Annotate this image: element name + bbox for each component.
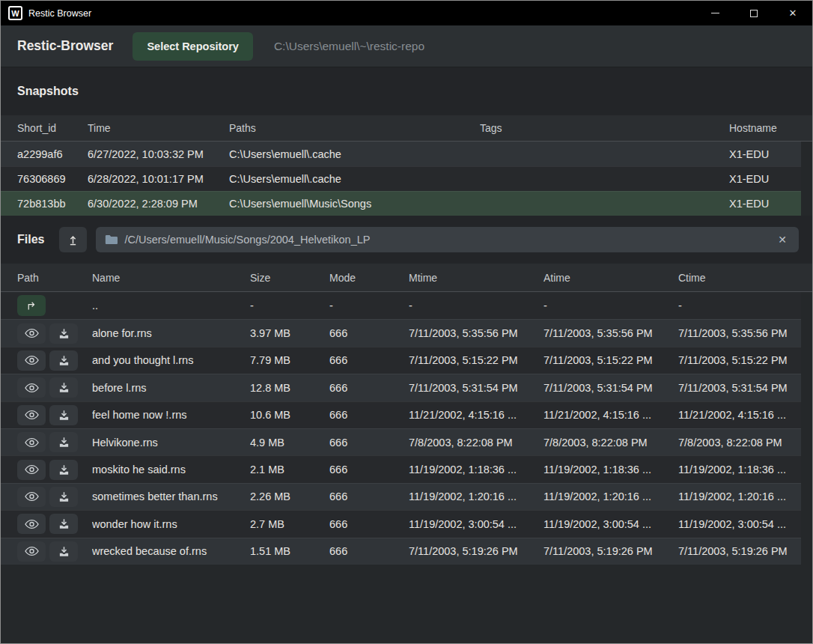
close-button[interactable]: ✕ — [773, 1, 812, 25]
minimize-icon — [711, 13, 719, 13]
file-size-cell: 4.9 MB — [250, 429, 329, 455]
download-file-button[interactable] — [49, 541, 78, 562]
file-row[interactable]: alone for.rns3.97 MB6667/11/2003, 5:35:5… — [1, 319, 801, 346]
eye-icon — [25, 355, 39, 365]
file-row[interactable]: Helvikone.rns4.9 MB6667/8/2003, 8:22:08 … — [1, 428, 801, 455]
file-ctime-cell: 11/21/2002, 4:15:16 ... — [678, 402, 801, 428]
file-row-actions — [17, 538, 92, 565]
corner-up-right-arrow-icon — [25, 300, 37, 312]
file-size-cell: 1.51 MB — [250, 538, 329, 565]
file-mode-cell: 666 — [329, 456, 409, 482]
snapshot-hostname-cell: X1-EDU — [729, 167, 801, 191]
titlebar: W Restic Browser ✕ — [1, 1, 812, 25]
file-row[interactable]: sometimes better than.rns2.26 MB66611/19… — [1, 483, 801, 510]
file-atime-cell: 11/19/2002, 3:00:54 ... — [543, 511, 678, 537]
download-file-button[interactable] — [49, 350, 78, 371]
view-file-button[interactable] — [17, 377, 46, 398]
files-title: Files — [17, 233, 44, 246]
app-header: Restic-Browser Select Repository C:\User… — [1, 25, 812, 67]
column-header-tags: Tags — [480, 115, 729, 141]
snapshot-tags-cell — [480, 192, 729, 216]
download-file-button[interactable] — [49, 460, 78, 480]
snapshot-tags-cell — [480, 167, 729, 191]
file-name-cell: moskito he said.rns — [92, 456, 250, 482]
download-file-button[interactable] — [49, 405, 78, 425]
file-row[interactable]: and you thought l.rns7.79 MB6667/11/2003… — [1, 347, 801, 374]
file-ctime-cell: 7/8/2003, 8:22:08 PM — [678, 429, 801, 455]
view-file-button[interactable] — [17, 350, 46, 371]
close-icon: ✕ — [778, 234, 787, 246]
file-mode-cell: 666 — [329, 374, 409, 401]
download-file-button[interactable] — [49, 323, 78, 344]
download-icon — [58, 491, 70, 502]
select-repository-button[interactable]: Select Repository — [133, 32, 253, 61]
minimize-button[interactable] — [695, 1, 734, 25]
view-file-button[interactable] — [17, 432, 46, 452]
eye-icon — [25, 410, 39, 420]
file-row[interactable]: moskito he said.rns2.1 MB66611/19/2002, … — [1, 455, 801, 482]
file-size-cell: 2.7 MB — [250, 511, 329, 537]
file-atime-cell: 11/19/2002, 1:20:16 ... — [543, 484, 678, 510]
file-mtime-cell: 11/21/2002, 4:15:16 ... — [409, 402, 543, 428]
download-file-button[interactable] — [49, 432, 78, 452]
snapshot-row[interactable]: a2299af66/27/2022, 10:03:32 PMC:\Users\e… — [1, 142, 801, 166]
app-window: W Restic Browser ✕ Restic-Browser Select… — [0, 0, 813, 644]
column-header-name: Name — [92, 264, 250, 291]
file-row-actions — [17, 347, 92, 374]
snapshot-row[interactable]: 763068696/28/2022, 10:01:17 PMC:\Users\e… — [1, 166, 801, 191]
file-mtime-cell: 11/19/2002, 1:20:16 ... — [409, 484, 543, 510]
maximize-button[interactable] — [734, 1, 773, 25]
up-from-bar-icon — [68, 234, 78, 246]
file-size-cell: 10.6 MB — [250, 402, 329, 428]
empty-area — [1, 565, 812, 644]
folder-icon — [105, 234, 118, 245]
file-row[interactable]: wonder how it.rns2.7 MB66611/19/2002, 3:… — [1, 510, 801, 537]
wails-logo-icon: W — [8, 6, 22, 20]
view-file-button[interactable] — [17, 460, 46, 480]
file-size-cell: 7.79 MB — [250, 347, 329, 374]
file-row[interactable]: before l.rns12.8 MB6667/11/2003, 5:31:54… — [1, 374, 801, 401]
view-file-button[interactable] — [17, 323, 46, 344]
view-file-button[interactable] — [17, 405, 46, 425]
window-title: Restic Browser — [28, 8, 695, 19]
download-icon — [58, 546, 70, 557]
snapshots-table-header: Short_id Time Paths Tags Hostname — [1, 115, 812, 142]
app-title: Restic-Browser — [17, 38, 113, 54]
eye-icon — [25, 546, 39, 556]
file-atime-cell: 7/11/2003, 5:31:54 PM — [543, 374, 678, 401]
file-row-parent[interactable]: ..----- — [1, 292, 801, 319]
file-row[interactable]: wrecked because of.rns1.51 MB6667/11/200… — [1, 538, 801, 565]
file-row-actions — [17, 292, 92, 319]
download-icon — [58, 437, 70, 448]
file-atime-cell: 7/11/2003, 5:19:26 PM — [543, 538, 678, 565]
window-controls: ✕ — [695, 1, 812, 25]
file-size-cell: 3.97 MB — [250, 320, 329, 346]
file-name-cell: and you thought l.rns — [92, 347, 250, 374]
file-atime-cell: 11/21/2002, 4:15:16 ... — [543, 402, 678, 428]
file-size-cell: 2.26 MB — [250, 484, 329, 510]
download-file-button[interactable] — [49, 377, 78, 398]
snapshot-row[interactable]: 72b813bb6/30/2022, 2:28:09 PMC:\Users\em… — [1, 191, 801, 216]
view-file-button[interactable] — [17, 487, 46, 507]
column-header-ctime: Ctime — [678, 264, 812, 291]
eye-icon — [25, 383, 39, 393]
file-name-cell: alone for.rns — [92, 320, 250, 346]
view-file-button[interactable] — [17, 514, 46, 534]
column-header-atime: Atime — [543, 264, 678, 291]
view-file-button[interactable] — [17, 541, 46, 562]
download-file-button[interactable] — [49, 514, 78, 534]
up-from-bar-icon-button[interactable] — [59, 227, 87, 252]
clear-path-button[interactable]: ✕ — [775, 233, 790, 246]
file-row[interactable]: feel home now !.rns10.6 MB66611/21/2002,… — [1, 401, 801, 428]
download-icon — [58, 355, 70, 366]
snapshot-short-id-cell: a2299af6 — [17, 142, 88, 166]
snapshot-time-cell: 6/28/2022, 10:01:17 PM — [88, 167, 229, 191]
go-parent-directory-button[interactable] — [17, 295, 46, 316]
file-row-actions — [17, 320, 92, 346]
file-name-cell: sometimes better than.rns — [92, 484, 250, 510]
path-input[interactable] — [124, 234, 768, 246]
download-file-button[interactable] — [49, 487, 78, 507]
download-icon — [58, 464, 70, 476]
file-name-cell: .. — [92, 292, 250, 319]
column-header-size: Size — [250, 264, 329, 291]
